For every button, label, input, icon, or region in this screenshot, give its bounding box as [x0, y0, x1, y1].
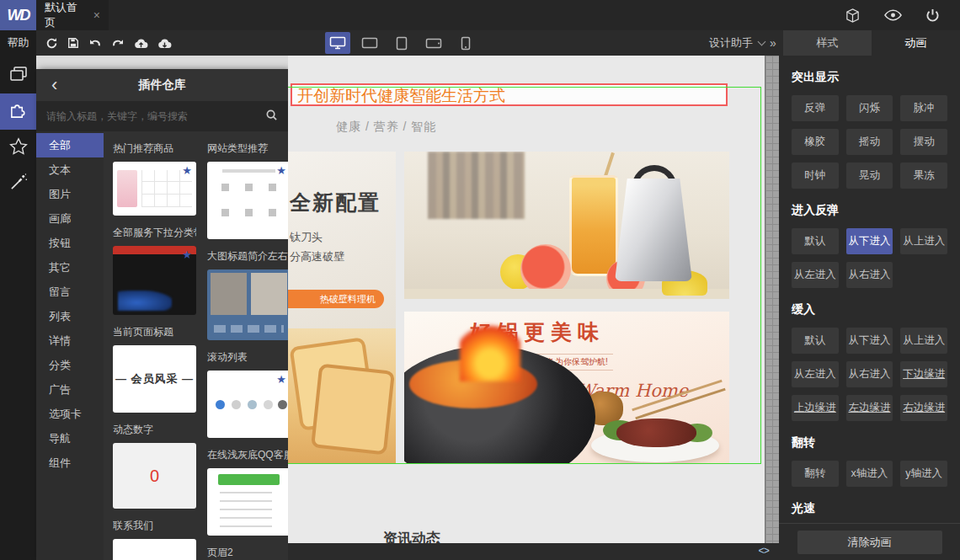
flame-shape [460, 323, 520, 381]
plugin-card-block: 联系我们 [113, 509, 196, 560]
animation-option-button[interactable]: y轴进入 [900, 461, 947, 487]
plugin-card-block: 大图标题简介左右切... [207, 239, 288, 340]
top-bar: WD 默认首页 × [0, 0, 960, 30]
plugin-category-item[interactable]: 按钮 [36, 231, 104, 255]
animation-option-button[interactable]: 闪烁 [846, 95, 893, 121]
site-canvas[interactable]: 开创新时代健康智能生活方式 健康 / 营养 / 智能 全新配置 钛刀头 分高速破… [288, 56, 765, 560]
site-title-widget[interactable]: 开创新时代健康智能生活方式 [291, 83, 728, 106]
cloud-download-icon[interactable] [157, 38, 172, 49]
preview-eye-icon[interactable] [884, 9, 902, 21]
animation-option-button[interactable]: 从下进入 [846, 228, 893, 254]
animation-option-button[interactable]: x轴进入 [846, 461, 893, 487]
device-tablet-landscape-button[interactable] [357, 32, 382, 54]
grapefruit-shape [520, 244, 571, 295]
chevron-down-icon [758, 37, 766, 45]
back-arrow-icon[interactable]: ‹ [51, 77, 57, 93]
plugin-category-item[interactable]: 全部 [36, 133, 104, 157]
plugin-category-item[interactable]: 留言 [36, 280, 104, 304]
sidebar-magic-wand-button[interactable] [0, 166, 36, 202]
plugin-card[interactable] [207, 468, 288, 536]
animation-option-button[interactable]: 摆动 [900, 129, 947, 155]
animation-option-button[interactable]: 右边缘进 [900, 395, 947, 421]
plugin-card[interactable] [207, 371, 288, 438]
plugin-category-item[interactable]: 广告 [36, 377, 104, 402]
animation-option-button[interactable]: 从上进入 [900, 328, 947, 354]
animation-option-button[interactable]: 从左进入 [792, 361, 839, 387]
plugin-search-input[interactable] [46, 110, 259, 122]
refresh-icon[interactable] [45, 37, 58, 50]
animation-option-button[interactable]: 从左进入 [792, 262, 839, 288]
plugin-category-item[interactable]: 图片 [36, 182, 104, 206]
code-view-toggle[interactable]: <> [759, 546, 769, 557]
plugin-category-item[interactable]: 画廊 [36, 206, 104, 231]
plugin-category-item[interactable]: 导航 [36, 426, 104, 451]
plugin-category-item[interactable]: 文本 [36, 157, 104, 182]
animation-option-button[interactable]: 从下进入 [846, 328, 893, 354]
app-logo[interactable]: WD [0, 0, 36, 30]
design-assistant-dropdown[interactable]: 设计助手 [709, 30, 765, 56]
clear-animation-button[interactable]: 清除动画 [797, 531, 942, 554]
sidebar-plugins-button[interactable] [0, 93, 36, 130]
plugin-card-title: 网站类型推荐 [207, 141, 288, 156]
site-subtitle[interactable]: 健康 / 营养 / 智能 [336, 120, 436, 135]
undo-icon[interactable] [88, 38, 102, 49]
device-tablet-portrait-button[interactable] [389, 32, 414, 54]
plugin-search-bar [36, 101, 288, 131]
tab-style[interactable]: 样式 [783, 30, 872, 56]
toolbar: 帮助 [0, 30, 960, 56]
plugin-category-item[interactable]: 列表 [36, 304, 104, 328]
animation-option-button[interactable]: 从上进入 [900, 228, 947, 254]
wok-headline: 好锅更美味 [404, 318, 670, 346]
animation-option-button[interactable]: 果冻 [900, 163, 947, 189]
sidebar-favorites-button[interactable] [0, 130, 36, 166]
animation-option-button[interactable]: 左边缘进 [846, 395, 893, 421]
kettle-photo-widget[interactable] [404, 152, 729, 299]
animation-option-button[interactable]: 默认 [792, 228, 839, 254]
animation-option-button[interactable]: 从右进入 [846, 262, 893, 288]
animation-option-button[interactable]: 下边缘进 [900, 361, 947, 387]
device-phone-portrait-button[interactable] [453, 32, 478, 54]
plugin-category-item[interactable]: 其它 [36, 255, 104, 280]
search-icon[interactable] [265, 109, 278, 125]
animation-option-button[interactable]: 上边缘进 [792, 395, 839, 421]
animation-option-button[interactable]: 反弹 [792, 95, 839, 121]
animation-option-button[interactable]: 默认 [792, 328, 839, 354]
save-icon[interactable] [67, 37, 79, 49]
device-desktop-button[interactable] [325, 32, 350, 54]
plugin-category-item[interactable]: 详情 [36, 328, 104, 353]
page-tab[interactable]: 默认首页 × [36, 0, 109, 30]
plugin-card[interactable] [207, 162, 288, 239]
redo-icon[interactable] [111, 38, 125, 49]
plugin-category-item[interactable]: 分类 [36, 353, 104, 377]
animation-option-button[interactable]: 晃动 [846, 163, 893, 189]
animation-option-button[interactable]: 橡胶 [792, 129, 839, 155]
plugin-card[interactable] [113, 162, 196, 216]
wok-banner-widget[interactable]: 好锅更美味 无忧购物，至诚服务为你保驾护航! Warm Home [404, 312, 729, 464]
canvas-scrollbar[interactable] [765, 56, 779, 543]
bread-image[interactable] [288, 328, 396, 464]
blender-banner-widget[interactable]: 全新配置 钛刀头 分高速破壁 热破壁料理机 [288, 152, 396, 328]
expand-panel-button[interactable]: » [770, 30, 776, 56]
cloud-upload-icon[interactable] [134, 38, 148, 49]
plugin-card-title: 大图标题简介左右切... [207, 249, 288, 264]
plugin-category-item[interactable]: 选项卡 [36, 402, 104, 426]
animation-option-button[interactable]: 从右进入 [846, 361, 893, 387]
plugin-card-title: 滚动列表 [207, 350, 288, 365]
sidebar-pages-button[interactable] [0, 57, 36, 93]
plugin-card[interactable] [207, 269, 288, 340]
animation-option-button[interactable]: 摇动 [846, 129, 893, 155]
plugin-category-item[interactable]: 组件 [36, 451, 104, 475]
components-cube-icon[interactable] [845, 8, 861, 24]
tab-close-icon[interactable]: × [93, 8, 100, 22]
animation-option-button[interactable]: 翻转 [792, 461, 839, 487]
animation-option-button[interactable]: 脉冲 [900, 95, 947, 121]
plugin-card[interactable] [113, 539, 196, 560]
power-exit-icon[interactable] [925, 8, 940, 23]
tab-animation[interactable]: 动画 [872, 30, 960, 56]
plugin-card[interactable]: — 会员风采 — [113, 345, 196, 413]
device-phone-landscape-button[interactable] [421, 32, 446, 54]
help-button[interactable]: 帮助 [0, 30, 36, 56]
animation-option-button[interactable]: 时钟 [792, 163, 839, 189]
plugin-card[interactable] [113, 246, 196, 315]
plugin-card[interactable]: 0 [113, 443, 196, 509]
